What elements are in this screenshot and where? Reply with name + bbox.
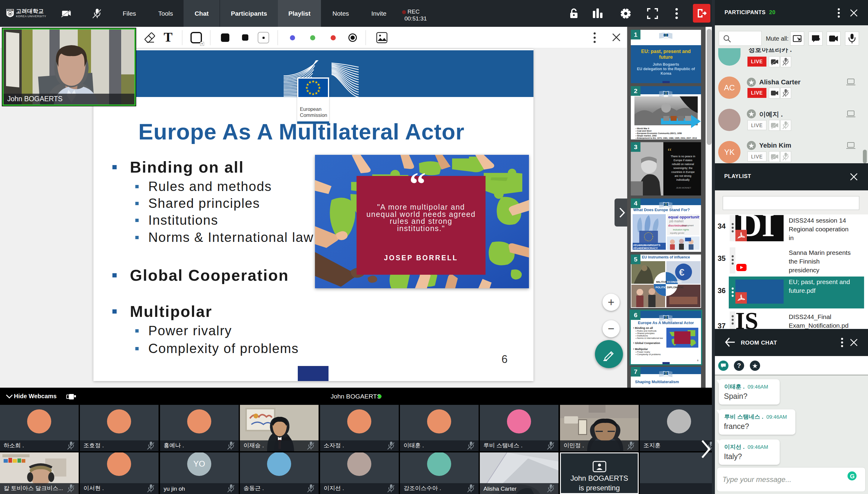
svg-text:employment: employment <box>682 224 694 227</box>
svg-text:€: € <box>679 267 684 278</box>
svg-text:inclusion rights: inclusion rights <box>673 228 689 231</box>
svg-text:job market: job market <box>669 220 684 223</box>
svg-text:KOREA: KOREA <box>7 10 13 11</box>
svg-text:DIPLOMATIC: DIPLOMATIC <box>667 286 684 289</box>
svg-text:equal opportunity: equal opportunity <box>668 215 700 219</box>
svg-text:equality gender: equality gender <box>670 232 685 234</box>
svg-text:ECONOMIC: ECONOMIC <box>667 281 682 283</box>
